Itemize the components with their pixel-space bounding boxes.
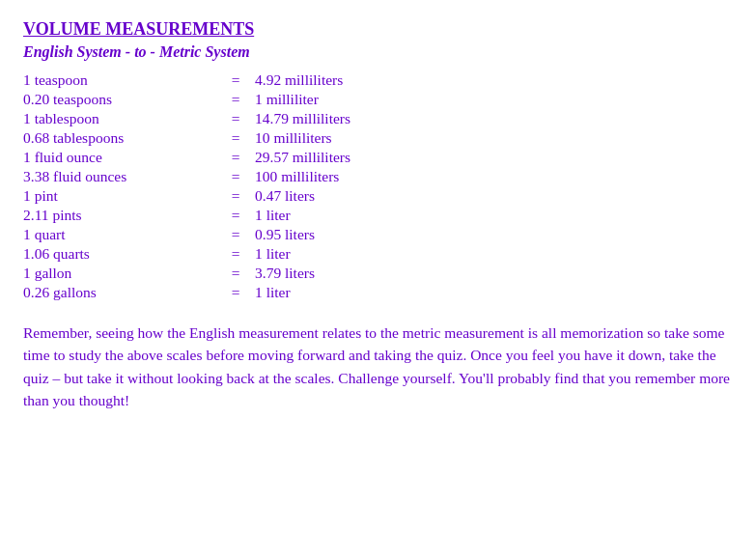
conversion-right: 1 milliliter <box>255 90 733 109</box>
reminder-paragraph: Remember, seeing how the English measure… <box>23 321 733 411</box>
table-row: 1 fluid ounce=29.57 milliliters <box>23 148 733 167</box>
table-row: 1 pint=0.47 liters <box>23 186 733 206</box>
table-row: 1 quart=0.95 liters <box>23 225 733 244</box>
conversion-equals: = <box>216 167 255 186</box>
conversion-equals: = <box>216 70 255 90</box>
conversion-equals: = <box>216 244 255 264</box>
subtitle: English System - to - Metric System <box>23 43 733 61</box>
conversion-right: 29.57 milliliters <box>255 148 733 167</box>
table-row: 1 gallon=3.79 liters <box>23 264 733 283</box>
conversion-equals: = <box>216 206 255 225</box>
conversion-left: 1 quart <box>23 225 216 244</box>
conversion-left: 3.38 fluid ounces <box>23 167 216 186</box>
conversion-left: 0.26 gallons <box>23 283 216 302</box>
conversion-left: 1.06 quarts <box>23 244 216 264</box>
conversion-right: 100 milliliters <box>255 167 733 186</box>
conversion-right: 3.79 liters <box>255 264 733 283</box>
conversions-table: 1 teaspoon=4.92 milliliters0.20 teaspoon… <box>23 70 733 302</box>
conversion-equals: = <box>216 109 255 128</box>
conversion-equals: = <box>216 264 255 283</box>
conversion-equals: = <box>216 90 255 109</box>
conversion-left: 1 tablespoon <box>23 109 216 128</box>
table-row: 0.68 tablespoons=10 milliliters <box>23 128 733 148</box>
table-row: 2.11 pints=1 liter <box>23 206 733 225</box>
conversion-right: 0.95 liters <box>255 225 733 244</box>
conversion-right: 1 liter <box>255 244 733 264</box>
table-row: 1 tablespoon=14.79 milliliters <box>23 109 733 128</box>
table-row: 1 teaspoon=4.92 milliliters <box>23 70 733 90</box>
conversion-left: 0.68 tablespoons <box>23 128 216 148</box>
conversion-left: 1 gallon <box>23 264 216 283</box>
page-title: VOLUME MEASUREMENTS <box>23 19 733 40</box>
table-row: 0.20 teaspoons=1 milliliter <box>23 90 733 109</box>
conversion-equals: = <box>216 225 255 244</box>
conversion-right: 1 liter <box>255 283 733 302</box>
table-row: 1.06 quarts=1 liter <box>23 244 733 264</box>
table-row: 0.26 gallons=1 liter <box>23 283 733 302</box>
conversion-left: 0.20 teaspoons <box>23 90 216 109</box>
conversion-right: 0.47 liters <box>255 186 733 206</box>
conversion-right: 14.79 milliliters <box>255 109 733 128</box>
conversion-right: 10 milliliters <box>255 128 733 148</box>
conversion-equals: = <box>216 148 255 167</box>
table-row: 3.38 fluid ounces=100 milliliters <box>23 167 733 186</box>
conversion-equals: = <box>216 283 255 302</box>
conversion-left: 1 teaspoon <box>23 70 216 90</box>
conversion-right: 4.92 milliliters <box>255 70 733 90</box>
conversion-equals: = <box>216 186 255 206</box>
conversion-left: 1 pint <box>23 186 216 206</box>
conversion-left: 1 fluid ounce <box>23 148 216 167</box>
conversion-right: 1 liter <box>255 206 733 225</box>
conversion-left: 2.11 pints <box>23 206 216 225</box>
conversion-equals: = <box>216 128 255 148</box>
